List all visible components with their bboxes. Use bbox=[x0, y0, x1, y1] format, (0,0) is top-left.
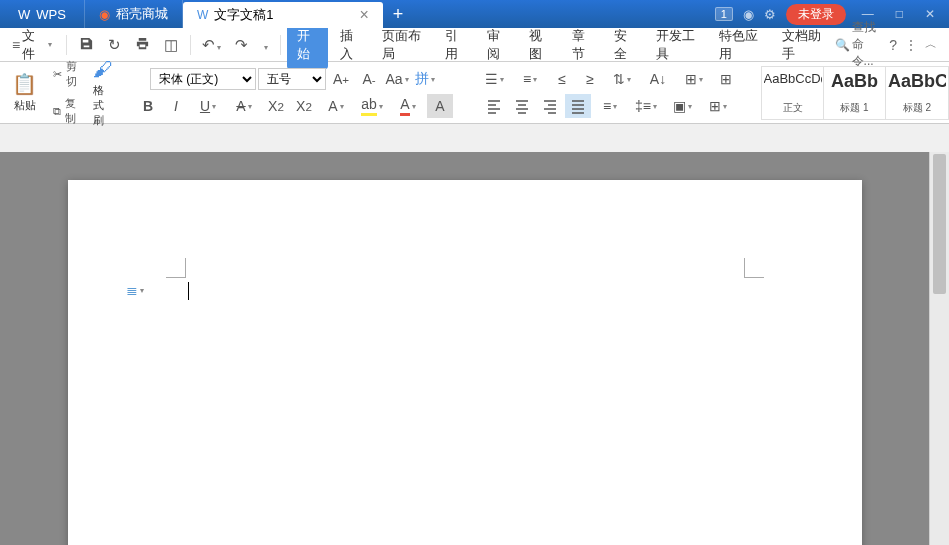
settings-icon[interactable]: ⚙ bbox=[764, 7, 776, 22]
tab-review[interactable]: 审阅 bbox=[477, 21, 517, 69]
save-icon[interactable] bbox=[73, 36, 100, 54]
notification-badge[interactable]: 1 bbox=[715, 7, 733, 21]
menubar: ≡ 文件 ▾ ↻ ◫ ↶▾ ↷ ▾ 开始 插入 页面布局 引用 审阅 视图 章节… bbox=[0, 28, 949, 62]
strikethrough-button[interactable]: A▾ bbox=[227, 94, 261, 118]
justify-button[interactable] bbox=[565, 94, 591, 118]
more-icon[interactable]: ⋮ bbox=[905, 38, 917, 52]
highlight-button[interactable]: ab▾ bbox=[355, 94, 389, 118]
collapse-ribbon-icon[interactable]: ︿ bbox=[925, 36, 937, 53]
print-preview-icon[interactable]: ◫ bbox=[158, 36, 184, 54]
subscript-button[interactable]: X2 bbox=[291, 94, 317, 118]
tab-doc-assistant[interactable]: 文档助手 bbox=[772, 21, 833, 69]
style-preview: AaBbC bbox=[888, 71, 946, 92]
wps-tab[interactable]: W WPS bbox=[0, 0, 85, 28]
style-gallery[interactable]: AaBbCcDd 正文 AaBb 标题 1 AaBbC 标题 2 bbox=[761, 66, 949, 120]
document-page[interactable]: ≣▾ bbox=[68, 180, 862, 545]
search-command[interactable]: 🔍 查找命令... bbox=[835, 19, 882, 70]
undo-icon[interactable]: ↶▾ bbox=[196, 36, 227, 54]
close-tab-icon[interactable]: × bbox=[360, 6, 369, 24]
underline-button[interactable]: U▾ bbox=[191, 94, 225, 118]
cut-label: 剪切 bbox=[66, 59, 77, 89]
shading-button[interactable]: ▣▾ bbox=[665, 94, 699, 118]
cut-button[interactable]: ✂ 剪切 bbox=[49, 57, 81, 91]
text-cursor bbox=[188, 282, 189, 300]
style-label: 正文 bbox=[783, 101, 803, 115]
text-direction-button[interactable]: ⇅▾ bbox=[605, 67, 639, 91]
char-shading-button[interactable]: A bbox=[427, 94, 453, 118]
text-effects-button[interactable]: A▾ bbox=[319, 94, 353, 118]
wps-label: WPS bbox=[36, 7, 66, 22]
scissors-icon: ✂ bbox=[53, 68, 62, 81]
search-label: 查找命令... bbox=[852, 19, 882, 70]
document-area: ≣▾ bbox=[0, 152, 929, 545]
font-name-select[interactable]: 宋体 (正文) bbox=[150, 68, 256, 90]
wps-logo-icon: W bbox=[18, 7, 30, 22]
file-menu[interactable]: 文件 ▾ bbox=[22, 27, 52, 63]
style-preview: AaBbCcDd bbox=[764, 71, 822, 86]
tab-sections[interactable]: 章节 bbox=[562, 21, 602, 69]
italic-button[interactable]: I bbox=[163, 94, 189, 118]
paragraph-marker-icon[interactable]: ≣▾ bbox=[126, 282, 144, 298]
change-case-button[interactable]: Aa▾ bbox=[384, 67, 410, 91]
show-marks-button[interactable]: ⊞ bbox=[713, 67, 739, 91]
help-icon[interactable]: ? bbox=[889, 37, 897, 53]
clipboard-icon: 📋 bbox=[12, 72, 37, 96]
numbering-button[interactable]: ≡▾ bbox=[513, 67, 547, 91]
sort-button[interactable]: A↓ bbox=[641, 67, 675, 91]
bold-button[interactable]: B bbox=[135, 94, 161, 118]
format-painter-label: 格式刷 bbox=[93, 83, 113, 128]
align-left-button[interactable] bbox=[481, 94, 507, 118]
save-as-icon[interactable]: ↻ bbox=[102, 36, 127, 54]
grow-font-button[interactable]: A+ bbox=[328, 67, 354, 91]
fire-icon: ◉ bbox=[99, 7, 110, 22]
style-heading2[interactable]: AaBbC 标题 2 bbox=[886, 67, 948, 119]
line-spacing-button[interactable]: ‡≡▾ bbox=[629, 94, 663, 118]
tab-references[interactable]: 引用 bbox=[435, 21, 475, 69]
decrease-indent-button[interactable]: ≤ bbox=[549, 67, 575, 91]
copy-icon: ⧉ bbox=[53, 105, 61, 118]
tab-security[interactable]: 安全 bbox=[604, 21, 644, 69]
dk-tab[interactable]: ◉ 稻壳商城 bbox=[85, 0, 183, 28]
redo-icon[interactable]: ↷ bbox=[229, 36, 254, 54]
document-tab[interactable]: W 文字文稿1 × bbox=[183, 2, 383, 28]
tab-view[interactable]: 视图 bbox=[519, 21, 559, 69]
chevron-down-icon: ▾ bbox=[48, 40, 52, 49]
paste-button[interactable]: 📋 粘贴 bbox=[8, 70, 41, 115]
distribute-button[interactable]: ≡▾ bbox=[593, 94, 627, 118]
more-quick-access-icon[interactable]: ▾ bbox=[256, 36, 274, 53]
align-center-button[interactable] bbox=[509, 94, 535, 118]
align-right-button[interactable] bbox=[537, 94, 563, 118]
word-icon: W bbox=[197, 8, 208, 22]
phonetic-guide-button[interactable]: 拼▾ bbox=[412, 67, 438, 91]
borders-button[interactable]: ⊞▾ bbox=[701, 94, 735, 118]
superscript-button[interactable]: X2 bbox=[263, 94, 289, 118]
print-icon[interactable] bbox=[129, 36, 156, 54]
shrink-font-button[interactable]: A- bbox=[356, 67, 382, 91]
skin-icon[interactable]: ◉ bbox=[743, 7, 754, 22]
paint-brush-icon: 🖌 bbox=[93, 58, 113, 81]
bullets-button[interactable]: ☰▾ bbox=[477, 67, 511, 91]
scrollbar-thumb[interactable] bbox=[933, 154, 946, 294]
tab-developer[interactable]: 开发工具 bbox=[646, 21, 707, 69]
margin-marker-tr bbox=[744, 258, 764, 278]
style-preview: AaBb bbox=[831, 71, 878, 92]
ribbon: 📋 粘贴 ✂ 剪切 ⧉ 复制 🖌 格式刷 宋体 (正文) 五号 A+ A- Aa… bbox=[0, 62, 949, 124]
style-normal[interactable]: AaBbCcDd 正文 bbox=[762, 67, 824, 119]
format-painter-button[interactable]: 🖌 格式刷 bbox=[89, 56, 117, 130]
style-label: 标题 2 bbox=[903, 101, 931, 115]
asian-layout-button[interactable]: ⊞▾ bbox=[677, 67, 711, 91]
font-color-button[interactable]: A▾ bbox=[391, 94, 425, 118]
dk-label: 稻壳商城 bbox=[116, 5, 168, 23]
copy-button[interactable]: ⧉ 复制 bbox=[49, 94, 81, 128]
style-label: 标题 1 bbox=[840, 101, 868, 115]
menu-icon[interactable]: ≡ bbox=[12, 37, 20, 53]
search-icon: 🔍 bbox=[835, 38, 850, 52]
doc-tab-label: 文字文稿1 bbox=[214, 6, 273, 24]
paste-label: 粘贴 bbox=[14, 98, 36, 113]
vertical-scrollbar[interactable] bbox=[929, 152, 949, 545]
font-size-select[interactable]: 五号 bbox=[258, 68, 326, 90]
tab-special[interactable]: 特色应用 bbox=[709, 21, 770, 69]
style-heading1[interactable]: AaBb 标题 1 bbox=[824, 67, 886, 119]
margin-marker-tl bbox=[166, 258, 186, 278]
increase-indent-button[interactable]: ≥ bbox=[577, 67, 603, 91]
